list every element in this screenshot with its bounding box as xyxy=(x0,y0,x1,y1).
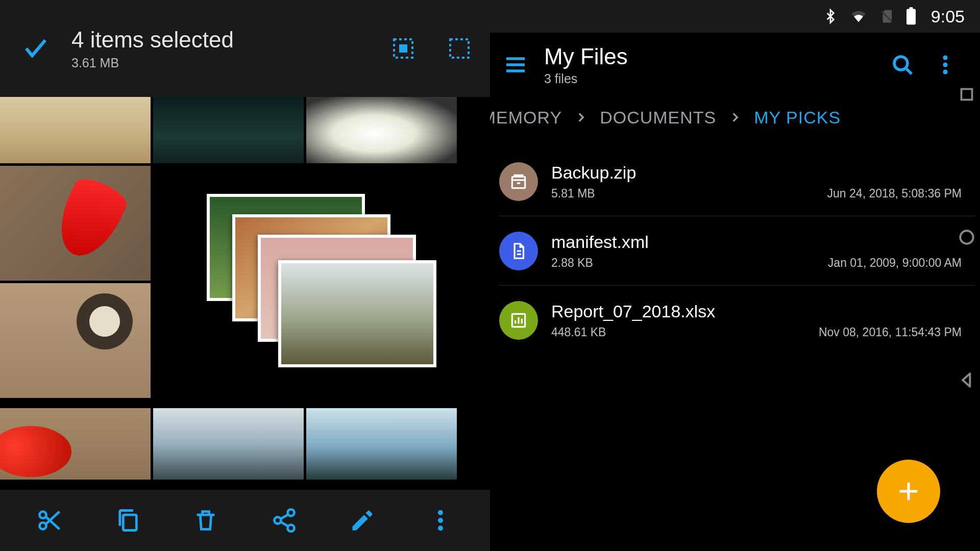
gallery-selection-view: 4 items selected 3.61 MB xyxy=(0,0,490,551)
files-title: My Files xyxy=(544,44,874,69)
menu-button[interactable] xyxy=(501,51,530,79)
selection-topbar: 4 items selected 3.61 MB xyxy=(0,0,490,97)
breadcrumb-item[interactable]: AL MEMORY xyxy=(490,108,562,128)
file-info: manifest.xml 2.88 KB Jan 01, 2009, 9:00:… xyxy=(551,232,962,270)
photo-thumb[interactable] xyxy=(0,166,151,281)
cut-button[interactable] xyxy=(32,503,67,538)
overflow-button[interactable] xyxy=(931,51,960,79)
file-info: Backup.zip 5.81 MB Jun 24, 2018, 5:08:36… xyxy=(551,163,962,201)
svg-rect-5 xyxy=(123,515,136,530)
svg-rect-2 xyxy=(450,39,469,58)
battery-icon xyxy=(905,7,917,26)
selection-size: 3.61 MB xyxy=(71,56,362,70)
selection-title: 4 items selected xyxy=(71,27,362,53)
svg-rect-12 xyxy=(906,9,916,25)
file-name: Backup.zip xyxy=(551,163,962,183)
photo-thumb[interactable] xyxy=(153,408,304,480)
bluetooth-icon xyxy=(823,8,838,25)
share-button[interactable] xyxy=(266,503,302,538)
chevron-right-icon xyxy=(728,111,742,124)
more-button[interactable] xyxy=(423,503,458,538)
svg-point-8 xyxy=(287,525,294,532)
files-title-block: My Files 3 files xyxy=(544,44,874,86)
file-row[interactable]: manifest.xml 2.88 KB Jan 01, 2009, 9:00:… xyxy=(499,216,975,286)
svg-point-14 xyxy=(894,57,908,70)
file-type-icon xyxy=(499,162,538,201)
photo-thumb[interactable] xyxy=(306,408,457,480)
action-toolbar xyxy=(0,490,490,551)
file-manager-view: 9:05 My Files 3 files AL MEMORY DOCUMENT… xyxy=(490,0,980,551)
file-date: Nov 08, 2016, 11:54:43 PM xyxy=(819,325,962,339)
file-name: manifest.xml xyxy=(551,232,962,252)
svg-rect-18 xyxy=(512,177,525,188)
select-all-button[interactable] xyxy=(388,33,419,64)
file-name: Report_07_2018.xlsx xyxy=(551,302,962,321)
file-date: Jan 01, 2009, 9:00:00 AM xyxy=(828,256,962,270)
photo-thumb[interactable] xyxy=(153,97,304,163)
edit-button[interactable] xyxy=(345,503,380,538)
delete-button[interactable] xyxy=(188,503,224,538)
status-bar: 9:05 xyxy=(490,0,980,33)
file-info: Report_07_2018.xlsx 448.61 KB Nov 08, 20… xyxy=(551,302,962,339)
svg-point-7 xyxy=(274,517,281,524)
svg-point-10 xyxy=(438,518,443,523)
selected-photo-stack[interactable] xyxy=(207,194,436,372)
svg-point-16 xyxy=(943,62,947,67)
svg-point-6 xyxy=(287,509,294,516)
photo-grid[interactable] xyxy=(0,97,490,490)
photo-thumb[interactable] xyxy=(306,97,457,163)
selection-title-block: 4 items selected 3.61 MB xyxy=(71,27,362,70)
breadcrumb-item[interactable]: DOCUMENTS xyxy=(600,108,716,128)
chevron-right-icon xyxy=(574,111,587,124)
search-button[interactable] xyxy=(888,51,917,79)
file-size: 2.88 KB xyxy=(551,256,593,270)
status-time: 9:05 xyxy=(931,7,965,27)
file-date: Jun 24, 2018, 5:08:36 PM xyxy=(827,187,962,201)
file-size: 5.81 MB xyxy=(551,187,595,201)
confirm-selection-button[interactable] xyxy=(15,28,56,69)
file-type-icon xyxy=(499,232,538,270)
svg-rect-13 xyxy=(909,7,913,10)
add-button[interactable] xyxy=(877,460,940,523)
photo-thumb[interactable] xyxy=(0,97,151,163)
wifi-icon xyxy=(849,9,868,24)
no-sim-icon xyxy=(879,8,894,25)
file-size: 448.61 KB xyxy=(551,325,606,339)
photo-thumb[interactable] xyxy=(0,408,151,480)
svg-rect-20 xyxy=(962,89,972,100)
file-row[interactable]: Report_07_2018.xlsx 448.61 KB Nov 08, 20… xyxy=(499,286,975,355)
svg-rect-1 xyxy=(399,44,407,53)
files-count: 3 files xyxy=(544,71,874,86)
overview-button[interactable] xyxy=(954,82,979,107)
files-topbar: My Files 3 files xyxy=(490,33,980,97)
svg-point-11 xyxy=(438,525,443,531)
svg-point-15 xyxy=(943,55,947,60)
file-type-icon xyxy=(499,301,538,340)
svg-point-9 xyxy=(438,510,443,515)
system-navbar xyxy=(948,82,980,393)
back-button[interactable] xyxy=(954,367,979,393)
breadcrumb[interactable]: AL MEMORY DOCUMENTS MY PICKS xyxy=(490,97,980,138)
breadcrumb-item-active[interactable]: MY PICKS xyxy=(754,108,841,128)
file-row[interactable]: Backup.zip 5.81 MB Jun 24, 2018, 5:08:36… xyxy=(499,147,975,216)
svg-point-21 xyxy=(960,231,973,243)
copy-button[interactable] xyxy=(110,503,145,538)
deselect-all-button[interactable] xyxy=(444,33,475,64)
photo-thumb[interactable] xyxy=(0,283,151,398)
svg-point-17 xyxy=(943,69,947,74)
home-button[interactable] xyxy=(954,224,979,250)
